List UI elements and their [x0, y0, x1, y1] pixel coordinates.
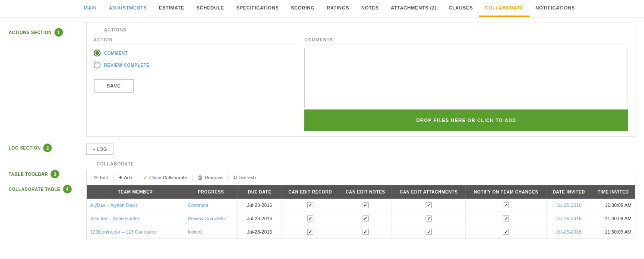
th-time-invited: TIME INVITED: [591, 185, 635, 199]
th-notify-on-team-changes: NOTIFY ON TEAM CHANGES: [466, 185, 547, 199]
log-badge: 2: [43, 144, 52, 152]
th-can-edit-notes: CAN EDIT NOTES: [339, 185, 391, 199]
refresh-button[interactable]: ↻ Refresh: [230, 173, 259, 182]
nav-tab-collaborate[interactable]: COLLABORATE: [479, 0, 530, 17]
th-can-edit-attachments: CAN EDIT ATTACHMENTS: [392, 185, 466, 199]
td-notify-on-team-changes[interactable]: ✓: [466, 225, 547, 239]
td-can-edit-attachments[interactable]: ✓: [392, 199, 466, 212]
td-can-edit-record[interactable]: ✓: [281, 225, 339, 239]
td-notify-on-team-changes[interactable]: ✓: [466, 212, 547, 225]
collaborate-table: TEAM MEMBER PROGRESS DUE DATE CAN EDIT R…: [86, 185, 635, 239]
td-team-member[interactable]: AHunter – Anne Hunter: [87, 212, 184, 225]
table-toolbar: ✏ Edit + Add ✓ Close Collaborate 🗑 Remov…: [86, 170, 635, 185]
td-can-edit-notes[interactable]: ✓: [339, 212, 391, 225]
action-field-label: ACTION: [94, 37, 296, 44]
labels-column: ACTIONS SECTION 1 LOG SECTION 2 TABLE TO…: [9, 18, 82, 239]
th-can-edit-record: CAN EDIT RECORD: [281, 185, 339, 199]
nav-tab-notifications[interactable]: NOTIFICATIONS: [530, 0, 581, 17]
table-row: AlyDav – Alyson Davis Comment Jul-28-201…: [87, 199, 635, 212]
collaborate-table-label: COLLABORATE TABLE: [9, 187, 60, 192]
td-due-date: Jul-28-2016: [238, 212, 282, 225]
td-notify-on-team-changes[interactable]: ✓: [466, 199, 547, 212]
toolbar-sep-4: [227, 174, 228, 181]
radio-group: COMMENT REVIEW COMPLETE: [94, 50, 296, 69]
table-row: AHunter – Anne Hunter Review Complete Ju…: [87, 212, 635, 225]
nav-tab-scoring[interactable]: SCORING: [285, 0, 321, 17]
actions-section-label: ACTIONS SECTION: [9, 30, 52, 35]
table-toolbar-label: TABLE TOOLBAR: [9, 172, 48, 177]
td-date-invited[interactable]: Jul-25-2016: [546, 199, 591, 212]
radio-review-complete[interactable]: REVIEW COMPLETE: [94, 62, 296, 69]
th-team-member: TEAM MEMBER: [87, 185, 184, 199]
log-button[interactable]: + LOG: [86, 144, 114, 155]
nav-tabs: MAINADJUSTMENTSESTIMATESCHEDULESPECIFICA…: [0, 0, 644, 18]
remove-button[interactable]: 🗑 Remove: [194, 173, 226, 182]
collaborate-title: COLLABORATE: [86, 162, 635, 166]
checkmark-icon: ✓: [143, 175, 148, 181]
td-time-invited: 11:30:09 AM: [591, 212, 635, 225]
table-row: 123Contractor – 123 Contractor Invited J…: [87, 225, 635, 239]
radio-review-circle: [94, 62, 101, 69]
td-due-date: Jul-28-2016: [238, 199, 282, 212]
nav-tab-main[interactable]: MAIN: [78, 0, 103, 17]
add-icon: +: [119, 174, 122, 181]
toolbar-sep-2: [138, 174, 138, 181]
table-toolbar-badge: 3: [51, 170, 59, 178]
toolbar-sep-3: [192, 174, 193, 181]
nav-tab-adjustments[interactable]: ADJUSTMENTS: [103, 0, 153, 17]
th-progress: PROGRESS: [184, 185, 237, 199]
nav-tab-specifications[interactable]: SPECIFICATIONS: [230, 0, 284, 17]
actions-badge: 1: [54, 28, 63, 37]
td-can-edit-notes[interactable]: ✓: [339, 199, 391, 212]
td-can-edit-notes[interactable]: ✓: [339, 225, 391, 239]
th-date-invited: DATE INVITED: [546, 185, 591, 199]
toolbar-sep-1: [113, 174, 114, 181]
nav-tab-ratings[interactable]: RATINGS: [321, 0, 355, 17]
td-time-invited: 11:30:09 AM: [591, 199, 635, 212]
th-due-date: DUE DATE: [238, 185, 282, 199]
refresh-icon: ↻: [233, 175, 237, 181]
td-can-edit-attachments[interactable]: ✓: [392, 225, 466, 239]
collaborate-table-badge: 4: [63, 185, 72, 193]
td-date-invited[interactable]: Jul-25-2016: [546, 212, 591, 225]
comments-textarea[interactable]: [304, 48, 628, 108]
close-collaborate-button[interactable]: ✓ Close Collaborate: [140, 173, 190, 182]
td-team-member[interactable]: AlyDav – Alyson Davis: [87, 199, 184, 212]
table-header-row: TEAM MEMBER PROGRESS DUE DATE CAN EDIT R…: [87, 185, 635, 199]
nav-tab-clauses[interactable]: CLAUSES: [442, 0, 479, 17]
td-progress: Invited: [184, 225, 237, 239]
td-due-date: Jul-28-2016: [238, 225, 282, 239]
nav-tab-estimate[interactable]: ESTIMATE: [153, 0, 190, 17]
nav-tab-notes[interactable]: NOTES: [355, 0, 385, 17]
add-button[interactable]: + Add: [115, 172, 136, 183]
td-progress: Comment: [184, 199, 237, 212]
td-can-edit-record[interactable]: ✓: [281, 199, 339, 212]
td-can-edit-record[interactable]: ✓: [281, 212, 339, 225]
comments-field-label: COMMENTS: [304, 37, 628, 44]
log-section: + LOG: [86, 144, 635, 155]
radio-comment-circle: [94, 50, 101, 56]
save-button[interactable]: SAVE: [94, 79, 134, 93]
nav-tab-schedule[interactable]: SCHEDULE: [190, 0, 230, 17]
radio-comment-label: COMMENT: [104, 51, 128, 56]
actions-title: ACTIONS: [94, 28, 628, 32]
td-time-invited: 11:30:09 AM: [591, 225, 635, 239]
edit-button[interactable]: ✏ Edit: [90, 173, 111, 182]
edit-icon: ✏: [94, 175, 98, 181]
nav-tab-attachments-2-[interactable]: ATTACHMENTS (2): [385, 0, 442, 17]
actions-section: ACTIONS ACTION COMMENT: [86, 22, 635, 137]
td-team-member[interactable]: 123Contractor – 123 Contractor: [87, 225, 184, 239]
radio-comment[interactable]: COMMENT: [94, 50, 296, 56]
td-date-invited[interactable]: Jul-25-2016: [546, 225, 591, 239]
drop-files-area[interactable]: DROP FILES HERE OR CLICK TO ADD: [304, 109, 628, 131]
td-can-edit-attachments[interactable]: ✓: [392, 212, 466, 225]
radio-review-label: REVIEW COMPLETE: [104, 63, 149, 68]
log-section-label: LOG SECTION: [9, 146, 41, 150]
td-progress: Review Complete: [184, 212, 237, 225]
trash-icon: 🗑: [198, 175, 203, 181]
collaborate-section: COLLABORATE ✏ Edit + Add ✓ Close Collabo…: [86, 162, 635, 239]
